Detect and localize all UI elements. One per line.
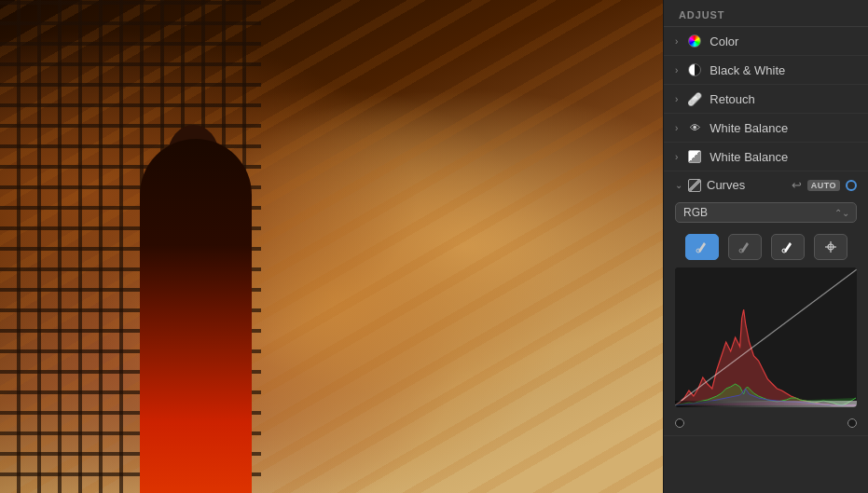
chevron-right-icon: › [675,152,678,162]
sidebar-item-black-white[interactable]: › Black & White [664,56,868,85]
black-white-icon [687,62,702,77]
sidebar-item-retouch[interactable]: › 🩹 Retouch [664,85,868,114]
eyedropper-highlight-icon [781,240,794,253]
figure-silhouette [112,102,298,493]
red-eye-icon: 👁 [687,120,702,135]
curves-black-point[interactable] [675,418,684,428]
chevron-down-icon: ⌄ [675,180,682,190]
curves-channel-row: RGB Red Green Blue Luminance [664,199,868,228]
photo-canvas [0,0,663,493]
eyedropper-highlight-button[interactable] [771,234,805,260]
retouch-icon: 🩹 [687,91,702,106]
panel-title: ADJUST [679,9,724,21]
sidebar-item-color[interactable]: › Color [664,27,868,56]
curves-header[interactable]: ⌄ Curves ↩ AUTO [664,171,868,199]
chevron-right-icon: › [675,94,678,104]
chevron-right-icon: › [675,65,678,75]
eyedropper-row [664,228,868,267]
curves-bottom-controls [664,415,868,435]
auto-badge[interactable]: AUTO [807,180,840,191]
svg-rect-8 [675,401,857,407]
black-white-label: Black & White [710,63,857,77]
histogram-svg [675,267,857,407]
chevron-right-icon: › [675,123,678,133]
white-balance-label: White Balance [710,150,857,164]
eyedropper-shadow-button[interactable] [685,234,719,260]
color-label: Color [710,34,857,48]
curves-channel-dot[interactable] [846,180,857,191]
eyedropper-midtone-icon [738,240,751,253]
adjust-panel: ADJUST › Color › Black & White › 🩹 Retou… [663,0,868,493]
curves-icon-item [688,179,701,192]
curves-section: ⌄ Curves ↩ AUTO RGB Red Green [664,171,868,436]
eyedropper-midtone-button[interactable] [728,234,762,260]
curves-histogram-chart[interactable] [675,267,857,407]
sidebar-item-red-eye[interactable]: › 👁 White Balance [664,114,868,143]
red-eye-label: White Balance [710,121,857,135]
panel-items-list: › Color › Black & White › 🩹 Retouch › 👁 … [664,27,868,493]
auto-point-button[interactable] [814,234,847,260]
sidebar-item-white-balance[interactable]: › White Balance [664,143,868,171]
crosshair-icon [824,240,837,253]
curves-undo-icon[interactable]: ↩ [792,178,802,192]
panel-header: ADJUST [664,0,868,27]
retouch-label: Retouch [710,92,857,106]
curves-controls: ↩ AUTO [792,178,857,192]
chevron-right-icon: › [675,36,678,47]
channel-select-wrapper: RGB Red Green Blue Luminance [675,202,857,223]
curves-label: Curves [707,178,745,192]
curves-white-point[interactable] [847,418,857,428]
color-icon [687,34,702,48]
figure-body [140,139,252,493]
white-balance-icon [687,149,702,164]
eyedropper-shadow-icon [696,240,709,253]
channel-select[interactable]: RGB Red Green Blue Luminance [675,202,857,223]
